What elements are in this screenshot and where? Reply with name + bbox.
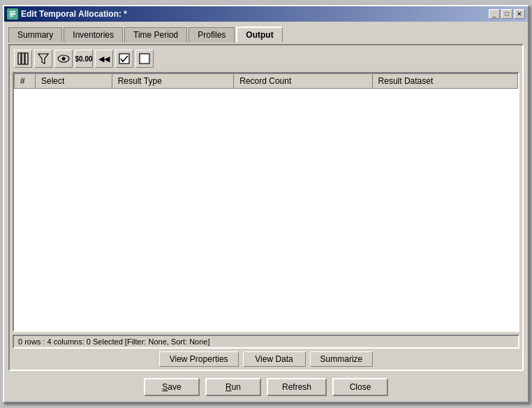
filter-button[interactable] — [34, 50, 52, 68]
window-title: Edit Temporal Allocation: * — [21, 9, 127, 19]
title-bar-buttons: _ □ ✕ — [489, 9, 525, 19]
columns-icon — [17, 52, 29, 65]
deselect-button[interactable] — [135, 50, 154, 68]
inner-actions: View Properties View Data Summarize — [13, 351, 519, 367]
svg-rect-3 — [10, 15, 13, 17]
view-data-button[interactable]: View Data — [243, 351, 306, 367]
close-button-bottom[interactable]: Close — [332, 378, 388, 396]
col-record-count: Record Count — [234, 74, 372, 89]
title-bar: Edit Temporal Allocation: * _ □ ✕ — [4, 6, 528, 22]
svg-rect-1 — [10, 13, 15, 15]
svg-marker-7 — [38, 54, 48, 64]
tab-output[interactable]: Output — [236, 27, 282, 42]
svg-rect-2 — [10, 11, 15, 13]
tab-time-period[interactable]: Time Period — [124, 27, 187, 43]
table-header-row: # Select Result Type Record Count Result… — [15, 74, 518, 89]
eye-icon — [57, 54, 70, 64]
svg-point-9 — [62, 57, 66, 61]
columns-button[interactable] — [14, 50, 32, 68]
save-button[interactable]: Save — [144, 378, 200, 396]
col-result-type: Result Type — [112, 74, 234, 89]
status-bar: 0 rows : 4 columns: 0 Selected [Filter: … — [13, 335, 519, 349]
results-table-container: # Select Result Type Record Count Result… — [13, 72, 519, 332]
svg-rect-5 — [22, 53, 24, 64]
col-num: # — [15, 74, 36, 89]
rewind-button[interactable]: ◀◀ — [95, 50, 113, 68]
view-properties-button[interactable]: View Properties — [159, 351, 239, 367]
currency-button[interactable]: $0.00 — [75, 50, 93, 68]
filter-icon — [38, 53, 49, 64]
minimize-button[interactable]: _ — [489, 9, 500, 19]
summarize-button[interactable]: Summarize — [310, 351, 374, 367]
col-select: Select — [36, 74, 112, 89]
currency-label: $0.00 — [75, 55, 92, 63]
checkbox-checked-icon — [119, 53, 130, 64]
select-all-button[interactable] — [115, 50, 133, 68]
rewind-icon: ◀◀ — [98, 54, 110, 64]
tab-summary[interactable]: Summary — [8, 27, 62, 43]
toolbar: $0.00 ◀◀ — [13, 48, 519, 69]
col-result-dataset: Result Dataset — [372, 74, 517, 89]
svg-rect-6 — [25, 53, 28, 64]
bottom-bar: Save Run Refresh Close — [8, 374, 524, 398]
content-panel: $0.00 ◀◀ — [8, 44, 524, 371]
refresh-button[interactable]: Refresh — [267, 378, 327, 396]
maximize-button[interactable]: □ — [501, 9, 512, 19]
checkbox-empty-icon — [139, 53, 150, 64]
app-icon — [7, 8, 18, 20]
title-bar-left: Edit Temporal Allocation: * — [7, 8, 127, 20]
svg-rect-11 — [140, 54, 149, 64]
close-button[interactable]: ✕ — [514, 9, 525, 19]
run-button[interactable]: Run — [205, 378, 261, 396]
results-table: # Select Result Type Record Count Result… — [14, 73, 518, 89]
tab-bar: Summary Inventories Time Period Profiles… — [8, 26, 524, 41]
tab-profiles[interactable]: Profiles — [189, 27, 235, 43]
window-body: Summary Inventories Time Period Profiles… — [4, 22, 528, 402]
view-button[interactable] — [54, 50, 73, 68]
status-text: 0 rows : 4 columns: 0 Selected [Filter: … — [18, 337, 210, 346]
tab-inventories[interactable]: Inventories — [64, 27, 123, 43]
main-window: Edit Temporal Allocation: * _ □ ✕ Summar… — [3, 5, 529, 403]
svg-rect-4 — [18, 53, 21, 64]
